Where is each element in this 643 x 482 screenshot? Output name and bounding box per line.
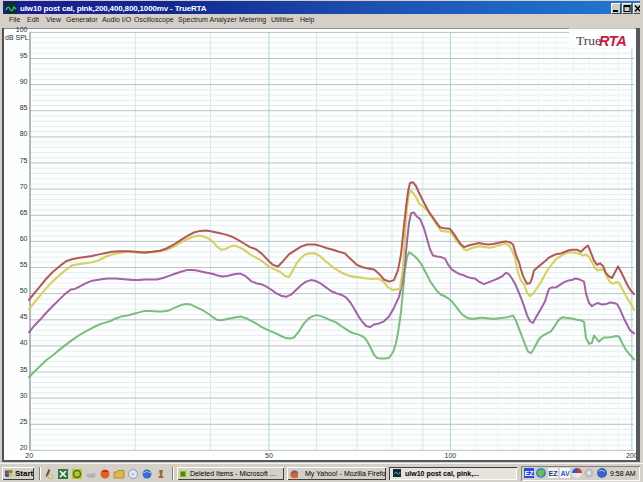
- svg-text:EZ: EZ: [525, 470, 535, 477]
- svg-text:EZ: EZ: [549, 470, 559, 477]
- svg-text:AV: AV: [560, 470, 570, 477]
- svg-text:65: 65: [20, 209, 28, 216]
- svg-text:95: 95: [20, 52, 28, 59]
- svg-text:25: 25: [20, 418, 28, 425]
- svg-text:40: 40: [20, 339, 28, 346]
- svg-text:20: 20: [25, 452, 33, 459]
- svg-text:50: 50: [265, 452, 273, 459]
- svg-text:70: 70: [20, 183, 28, 190]
- svg-text:100: 100: [16, 26, 28, 33]
- svg-text:True: True: [576, 33, 601, 48]
- svg-text:85: 85: [20, 104, 28, 111]
- svg-text:dB SPL: dB SPL: [5, 34, 29, 41]
- svg-text:90: 90: [20, 78, 28, 85]
- svg-text:55: 55: [20, 261, 28, 268]
- svg-text:35: 35: [20, 366, 28, 373]
- svg-text:60: 60: [20, 235, 28, 242]
- svg-text:45: 45: [20, 313, 28, 320]
- svg-text:50: 50: [20, 287, 28, 294]
- svg-text:RTA: RTA: [599, 33, 626, 49]
- svg-text:75: 75: [20, 157, 28, 164]
- svg-text:20: 20: [20, 444, 28, 451]
- svg-text:100: 100: [445, 452, 457, 459]
- svg-text:80: 80: [20, 130, 28, 137]
- svg-text:30: 30: [20, 392, 28, 399]
